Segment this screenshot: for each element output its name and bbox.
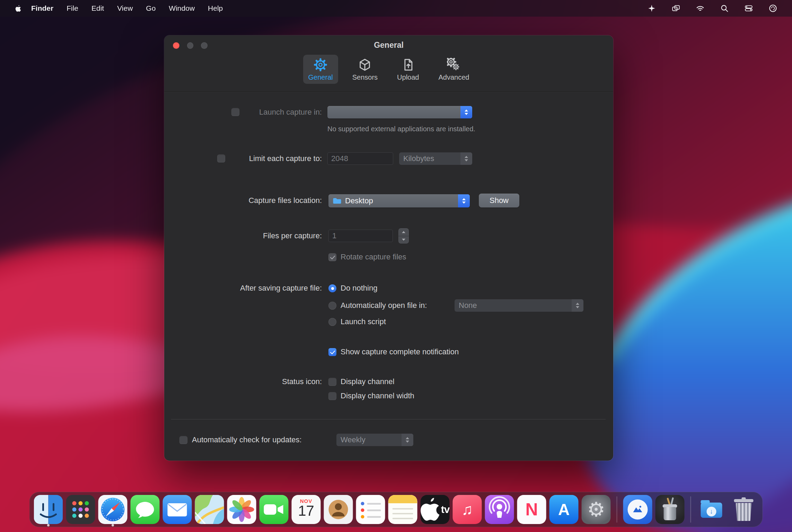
music-icon[interactable]	[453, 495, 482, 524]
dock: NOV 17	[29, 492, 763, 527]
tab-sensors[interactable]: Sensors	[347, 55, 383, 84]
updates-checkbox[interactable]	[179, 436, 187, 444]
limit-capture-checkbox[interactable]	[217, 154, 225, 162]
cube-icon	[358, 58, 372, 72]
stepper-up-button[interactable]	[398, 228, 409, 236]
music-note-icon	[453, 495, 482, 524]
running-indicator	[47, 524, 50, 526]
spotlight-icon[interactable]	[720, 4, 729, 13]
tab-general[interactable]: General	[303, 55, 338, 84]
launch-script-label: Launch script	[341, 317, 386, 326]
launch-capture-label: Launch capture in:	[259, 108, 322, 117]
screen: Finder File Edit View Go Window Help	[0, 0, 792, 532]
safari-icon[interactable]	[98, 495, 127, 524]
preferences-window: General General Sensors	[164, 35, 613, 461]
trash-icon[interactable]	[729, 495, 758, 524]
show-button[interactable]: Show	[479, 194, 519, 207]
auto-open-label: Automatically open file in:	[341, 301, 427, 310]
apple-tv-icon[interactable]: tv	[421, 495, 450, 524]
notes-icon[interactable]	[388, 495, 417, 524]
menu-app-name[interactable]: Finder	[25, 4, 60, 12]
downloads-folder-icon[interactable]	[697, 495, 726, 524]
canister-stick	[670, 497, 674, 505]
limit-unit-value: Kilobytes	[403, 154, 434, 163]
capture-location-label: Capture files location:	[248, 196, 322, 205]
contacts-icon[interactable]	[324, 495, 353, 524]
control-center-icon[interactable]	[744, 4, 753, 13]
launch-script-radio[interactable]	[328, 318, 336, 326]
capture-app-icon[interactable]	[623, 495, 652, 524]
limit-size-field[interactable]: 2048	[327, 152, 393, 165]
system-preferences-icon[interactable]	[582, 495, 611, 524]
launchpad-icon[interactable]	[66, 495, 95, 524]
do-nothing-radio[interactable]	[328, 284, 336, 292]
stepper-down-button[interactable]	[398, 236, 409, 244]
gears-icon	[447, 58, 461, 72]
auto-open-popup[interactable]: None	[455, 299, 583, 312]
folder-icon	[333, 197, 342, 204]
calendar-icon[interactable]: NOV 17	[292, 495, 321, 524]
menu-item-file[interactable]: File	[60, 4, 85, 12]
canister-app-icon[interactable]	[655, 495, 685, 524]
rotate-files-checkbox[interactable]	[328, 253, 336, 261]
gear-icon	[314, 58, 327, 72]
tab-advanced[interactable]: Advanced	[433, 55, 474, 84]
gear-glyph-icon	[582, 495, 611, 524]
tab-sensors-label: Sensors	[352, 73, 378, 81]
chevron-up-down-icon	[458, 194, 470, 207]
capture-location-value: Desktop	[345, 196, 373, 205]
app-store-letter: A	[549, 495, 579, 524]
capture-location-popup[interactable]: Desktop	[328, 194, 470, 207]
menu-item-view[interactable]: View	[111, 4, 139, 12]
show-button-label: Show	[490, 196, 509, 205]
launch-capture-popup[interactable]	[327, 106, 472, 118]
display-channel-checkbox[interactable]	[328, 378, 336, 386]
chevron-up-down-icon	[460, 152, 472, 165]
windows-icon[interactable]	[671, 4, 680, 13]
notification-checkbox[interactable]	[328, 348, 336, 356]
after-saving-label: After saving capture file:	[240, 284, 322, 293]
tab-general-label: General	[308, 73, 333, 81]
dock-separator	[690, 496, 691, 523]
reminders-icon[interactable]	[356, 495, 385, 524]
auto-open-radio[interactable]	[328, 302, 336, 310]
messages-icon[interactable]	[131, 495, 160, 524]
launch-capture-note: No supported external applications are i…	[327, 125, 475, 133]
finder-icon[interactable]	[34, 495, 63, 524]
podcasts-icon[interactable]	[485, 495, 514, 524]
canister-body	[664, 507, 676, 520]
updates-popup[interactable]: Weekly	[336, 434, 413, 446]
launch-capture-checkbox[interactable]	[231, 108, 239, 116]
menu-item-go[interactable]: Go	[139, 4, 162, 12]
tab-upload[interactable]: Upload	[392, 55, 424, 84]
auto-open-popup-value: None	[459, 301, 477, 310]
display-channel-width-label: Display channel width	[341, 391, 414, 400]
menu-item-help[interactable]: Help	[201, 4, 229, 12]
files-per-capture-stepper	[398, 228, 409, 243]
files-per-capture-field[interactable]: 1	[328, 230, 393, 242]
menu-bar: Finder File Edit View Go Window Help	[0, 0, 792, 17]
menu-item-window[interactable]: Window	[162, 4, 201, 12]
chevron-up-down-icon	[402, 434, 413, 446]
maps-icon[interactable]	[195, 495, 224, 524]
trash-body	[735, 503, 753, 521]
window-title: General	[164, 41, 613, 50]
siri-icon[interactable]	[768, 4, 777, 13]
app-store-icon[interactable]: A	[549, 495, 579, 524]
apple-icon[interactable]	[15, 5, 21, 12]
calendar-day: 17	[292, 503, 321, 519]
wifi-icon[interactable]	[696, 4, 705, 13]
tab-advanced-label: Advanced	[438, 73, 469, 81]
facetime-icon[interactable]	[259, 495, 289, 524]
limit-unit-popup[interactable]: Kilobytes	[399, 152, 472, 165]
news-icon[interactable]: N	[517, 495, 546, 524]
mail-icon[interactable]	[163, 495, 192, 524]
menu-item-edit[interactable]: Edit	[85, 4, 111, 12]
chevron-up-down-icon	[460, 106, 472, 118]
tv-label: tv	[441, 504, 450, 515]
display-channel-width-checkbox[interactable]	[328, 392, 336, 400]
sparkle-icon[interactable]	[647, 4, 656, 13]
photos-icon[interactable]	[227, 495, 256, 524]
chevron-up-down-icon	[572, 299, 583, 312]
limit-capture-label: Limit each capture to:	[249, 154, 322, 163]
